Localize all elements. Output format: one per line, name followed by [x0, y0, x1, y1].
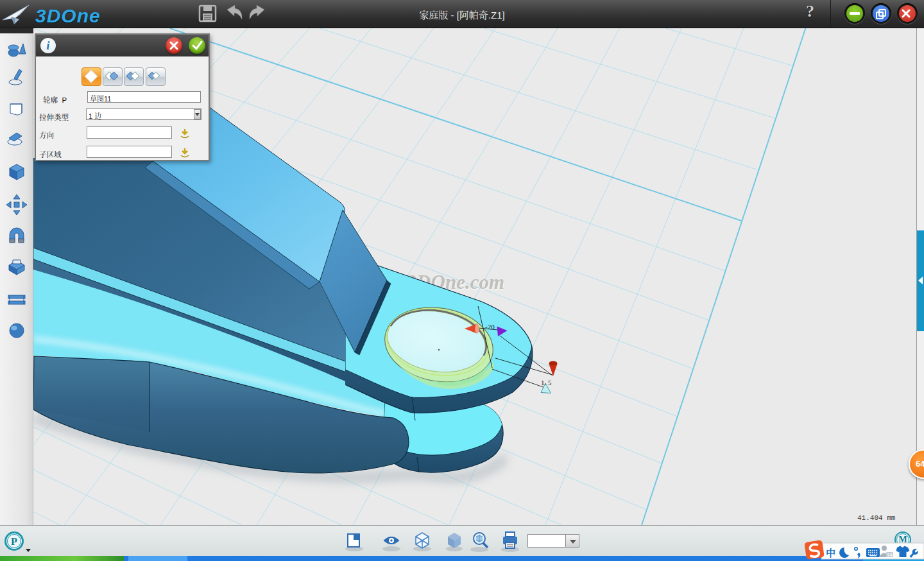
svg-text:-20: -20: [485, 323, 495, 331]
svg-text:中: 中: [826, 546, 835, 559]
svg-text:1. 5: 1. 5: [541, 379, 552, 386]
svg-text:14: 14: [887, 552, 893, 558]
